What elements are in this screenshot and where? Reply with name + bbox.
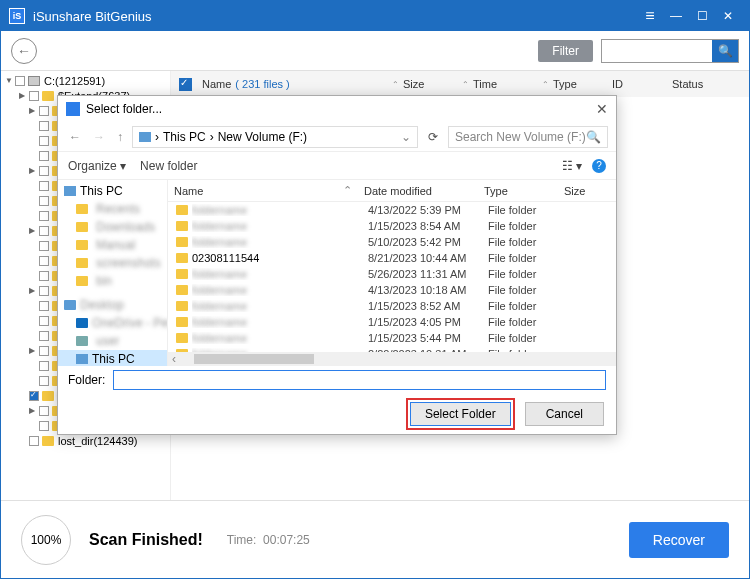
sidebar-desktop[interactable]: Desktop [58, 296, 167, 314]
file-row[interactable]: foldername5/10/2023 5:42 PMFile folder [168, 234, 616, 250]
app-logo: iS [9, 8, 25, 24]
sidebar-onedrive[interactable]: OneDrive - Person [58, 314, 167, 332]
help-icon[interactable]: ? [592, 159, 606, 173]
sidebar-user[interactable]: user [58, 332, 167, 350]
search-button[interactable]: 🔍 [712, 40, 738, 62]
dcol-type[interactable]: Type [478, 185, 558, 197]
folder-icon [76, 204, 88, 214]
file-row[interactable]: 023081115448/21/2023 10:44 AMFile folder [168, 250, 616, 266]
sidebar-item[interactable]: bin [58, 272, 167, 290]
breadcrumb-volume[interactable]: New Volume (F:) [218, 130, 307, 144]
sidebar-item[interactable]: Downloads [58, 218, 167, 236]
sidebar-item[interactable]: Manual [58, 236, 167, 254]
back-button[interactable]: ← [11, 38, 37, 64]
dialog-file-list: Name⌃ Date modified Type Size foldername… [168, 180, 616, 366]
folder-icon [176, 285, 188, 295]
pc-icon [64, 186, 76, 196]
breadcrumb[interactable]: › This PC › New Volume (F:) ⌄ [132, 126, 418, 148]
organize-menu[interactable]: Organize ▾ [68, 159, 126, 173]
maximize-button[interactable]: ☐ [689, 6, 715, 26]
file-count: ( 231 files ) [235, 78, 289, 90]
onedrive-icon [76, 318, 88, 328]
col-status[interactable]: Status [672, 78, 703, 90]
folder-icon [76, 222, 88, 232]
folder-icon [42, 391, 54, 401]
folder-icon [176, 301, 188, 311]
nav-forward-icon[interactable]: → [90, 130, 108, 144]
file-row[interactable]: foldername1/15/2023 4:05 PMFile folder [168, 314, 616, 330]
dialog-title: Select folder... [86, 102, 162, 116]
menu-icon[interactable]: ≡ [637, 6, 663, 26]
dcol-date[interactable]: Date modified [358, 185, 478, 197]
disk-icon [28, 76, 40, 86]
recover-button[interactable]: Recover [629, 522, 729, 558]
nav-up-icon[interactable]: ↑ [114, 130, 126, 144]
refresh-icon[interactable]: ⟳ [424, 130, 442, 144]
folder-icon [176, 253, 188, 263]
desktop-icon [64, 300, 76, 310]
folder-icon [176, 317, 188, 327]
file-row[interactable]: foldername1/15/2023 8:52 AMFile folder [168, 298, 616, 314]
file-row[interactable]: foldername1/15/2023 5:44 PMFile folder [168, 330, 616, 346]
folder-icon [176, 333, 188, 343]
breadcrumb-pc[interactable]: This PC [163, 130, 206, 144]
select-folder-highlight: Select Folder [406, 398, 515, 430]
col-size[interactable]: Size [403, 78, 424, 90]
col-time[interactable]: Time [473, 78, 497, 90]
search-icon: 🔍 [586, 130, 601, 144]
sidebar-this-pc[interactable]: This PC [58, 182, 167, 200]
dialog-sidebar[interactable]: This PC Recents Downloads Manual screens… [58, 180, 168, 366]
dcol-size[interactable]: Size [558, 185, 608, 197]
dialog-buttons: Select Folder Cancel [58, 394, 616, 434]
filter-button[interactable]: Filter [538, 40, 593, 62]
select-folder-dialog: Select folder... ✕ ← → ↑ › This PC › New… [57, 95, 617, 435]
folder-input[interactable] [113, 370, 606, 390]
new-folder-button[interactable]: New folder [140, 159, 197, 173]
folder-icon [76, 276, 88, 286]
sidebar-this-pc-2[interactable]: This PC [58, 350, 167, 366]
search-input[interactable] [602, 40, 712, 62]
file-row[interactable]: foldername4/13/2023 10:18 AMFile folder [168, 282, 616, 298]
nav-back-icon[interactable]: ← [66, 130, 84, 144]
col-type[interactable]: Type [553, 78, 577, 90]
dialog-close-button[interactable]: ✕ [596, 101, 608, 117]
select-folder-button[interactable]: Select Folder [410, 402, 511, 426]
dcol-name[interactable]: Name [174, 185, 203, 197]
app-title: iSunshare BitGenius [33, 9, 152, 24]
time-label: Time: [227, 533, 257, 547]
tree-item-label: lost_dir(124439) [58, 435, 138, 447]
dialog-toolbar: Organize ▾ New folder ☷ ▾ ? [58, 152, 616, 180]
tree-root-label: C:(1212591) [44, 75, 105, 87]
col-name[interactable]: Name [202, 78, 231, 90]
search-wrap: 🔍 [601, 39, 739, 63]
titlebar: iS iSunshare BitGenius ≡ — ☐ ✕ [1, 1, 749, 31]
folder-icon [42, 91, 54, 101]
folder-icon [176, 237, 188, 247]
scan-time: Time: 00:07:25 [227, 533, 310, 547]
sidebar-item[interactable]: screenshots [58, 254, 167, 272]
tree-root[interactable]: ▼ C:(1212591) [1, 73, 170, 88]
dialog-columns: Name⌃ Date modified Type Size [168, 180, 616, 202]
select-all-checkbox[interactable] [179, 78, 192, 91]
file-row[interactable]: foldername5/26/2023 11:31 AMFile folder [168, 266, 616, 282]
folder-icon [76, 240, 88, 250]
dialog-body: This PC Recents Downloads Manual screens… [58, 180, 616, 366]
dialog-nav: ← → ↑ › This PC › New Volume (F:) ⌄ ⟳ Se… [58, 122, 616, 152]
tree-item[interactable]: lost_dir(124439) [1, 433, 170, 448]
col-id[interactable]: ID [612, 78, 623, 90]
cancel-button[interactable]: Cancel [525, 402, 604, 426]
view-mode-icon[interactable]: ☷ ▾ [562, 159, 582, 173]
folder-input-row: Folder: [58, 366, 616, 394]
dialog-search[interactable]: Search New Volume (F:) 🔍 [448, 126, 608, 148]
sidebar-item[interactable]: Recents [58, 200, 167, 218]
folder-icon [76, 258, 88, 268]
progress-percent: 100% [31, 533, 62, 547]
pc-icon [139, 132, 151, 142]
file-row[interactable]: foldername4/13/2022 5:39 PMFile folder [168, 202, 616, 218]
footer: 100% Scan Finished! Time: 00:07:25 Recov… [1, 500, 749, 578]
file-row[interactable]: foldername1/15/2023 8:54 AMFile folder [168, 218, 616, 234]
pc-icon [76, 354, 88, 364]
minimize-button[interactable]: — [663, 6, 689, 26]
horizontal-scrollbar[interactable]: ‹ [168, 352, 616, 366]
close-button[interactable]: ✕ [715, 6, 741, 26]
